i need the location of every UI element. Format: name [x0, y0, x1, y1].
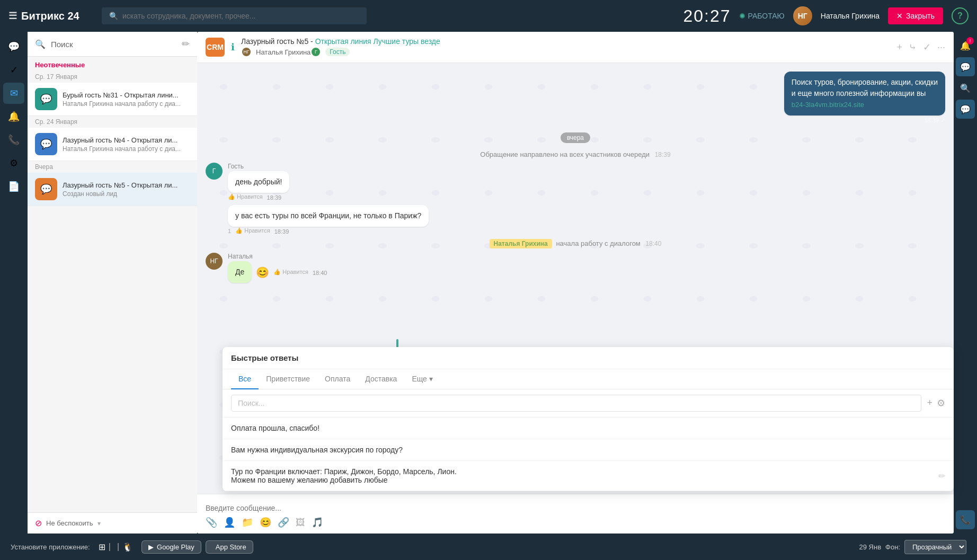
natasha-avatar-msg: НГ [206, 253, 223, 270]
chat-item-3[interactable]: 💬 Лазурный гость №5 - Открытая ли... Соз… [28, 173, 197, 206]
close-icon: ✕ [896, 12, 903, 20]
chat-source-icon: CRM [206, 38, 225, 57]
linux-icon[interactable]: 🐧 [122, 542, 133, 552]
help-button[interactable]: ? [952, 7, 969, 24]
quick-reply-item-1[interactable]: Оплата прошла, спасибо! [223, 417, 954, 439]
quick-reply-item-3[interactable]: Тур по Франции включает: Париж, Дижон, Б… [223, 461, 954, 491]
right-chat-icon-1[interactable]: 💬 [956, 57, 975, 76]
link-icon[interactable]: 🔗 [278, 517, 289, 528]
quick-replies-search-actions: + ⚙ [927, 397, 945, 409]
date-section-2: Ср. 24 Января [28, 116, 197, 128]
add-action-button[interactable]: + [896, 42, 902, 53]
quick-replies-search[interactable] [231, 395, 921, 412]
message-1-text: Поиск туров, бронирование, акции, скидки… [792, 78, 938, 97]
quick-replies-tabs: Все Приветствие Оплата Доставка Еще ▾ [223, 369, 954, 389]
chat-title-highlight: Открытая линия Лучшие туры везде [315, 37, 440, 46]
bottom-date: 29 Янв [859, 543, 882, 551]
message-1-time: 18:39 ✓ [784, 117, 945, 124]
menu-icon[interactable]: ☰ [8, 10, 17, 22]
right-search-icon[interactable]: 🔍 [956, 78, 975, 97]
message-4-like[interactable]: 👍 Нравится [273, 269, 308, 275]
current-time: 20:27 [683, 6, 731, 26]
chat-avatar-2: 💬 [35, 133, 57, 155]
natasha-label: Наталья [228, 253, 327, 260]
sidebar-item-settings[interactable]: ⚙ [3, 153, 24, 174]
user-avatar[interactable]: НГ [793, 6, 812, 25]
right-chat-icon-3[interactable]: 📞 [956, 510, 975, 529]
right-chat-icon-2[interactable]: 💬 [956, 100, 975, 119]
system-message-1-text: Обращение направлено на всех участников … [480, 150, 650, 158]
message-1-bubble: Поиск туров, бронирование, акции, скидки… [784, 72, 945, 115]
message-input[interactable] [206, 500, 945, 517]
sidebar-item-chat[interactable]: 💬 [3, 36, 24, 57]
message-2-content: Гость день добрый! 👍 Нравится 18:39 [228, 163, 289, 201]
message-3: у вас есть туры по всей Франции, не толь… [206, 205, 945, 235]
chat-name-3: Лазурный гость №5 - Открытая ли... [63, 181, 190, 189]
fon-select[interactable]: Прозрачный [904, 540, 966, 554]
emoji-picker-icon[interactable]: 😊 [260, 517, 271, 528]
sidebar-item-phone[interactable]: 📞 [3, 129, 24, 150]
sidebar-item-check[interactable]: ✓ [3, 59, 24, 81]
notification-badge: ! [966, 37, 974, 45]
quick-reply-text-1: Оплата прошла, спасибо! [231, 424, 319, 432]
chat-title: Лазурный гость №5 - Открытая линия Лучши… [241, 37, 890, 46]
add-reply-button[interactable]: + [927, 397, 932, 409]
message-1-content: Поиск туров, бронирование, акции, скидки… [784, 72, 945, 124]
sidebar-item-messages[interactable]: ✉ [3, 83, 24, 104]
right-notification-icon[interactable]: 🔔 ! [956, 36, 975, 55]
bottom-bar: Установите приложение: ⊞ | | 🐧 ▶ Google … [0, 534, 977, 560]
file-icon[interactable]: 📁 [242, 517, 253, 528]
qr-tab-delivery[interactable]: Доставка [358, 369, 404, 389]
google-play-badge[interactable]: ▶ Google Play [141, 540, 201, 554]
windows-icon[interactable]: ⊞ [99, 542, 105, 552]
settings-reply-button[interactable]: ⚙ [937, 397, 945, 409]
chat-actions: + ⤷ ✓ ··· [896, 41, 945, 53]
google-play-label: Google Play [157, 543, 194, 551]
attachment-icon[interactable]: 📎 [206, 517, 217, 528]
chat-preview-1: Наталья Грихина начала работу с диа... [63, 100, 190, 108]
message-2-like[interactable]: 👍 Нравится [228, 193, 263, 200]
chat-item-2[interactable]: 💬 Лазурный гость №4 - Открытая ли... Нат… [28, 128, 197, 161]
guest-badge: Гость [325, 48, 350, 56]
chat-search[interactable]: Поиск [51, 40, 176, 49]
left-sidebar: 💬 ✓ ✉ 🔔 📞 ⚙ 📄 [0, 32, 28, 534]
quick-reply-item-2[interactable]: Вам нужна индивидуальная экскурсия по го… [223, 439, 954, 461]
sidebar-item-bell[interactable]: 🔔 [3, 106, 24, 127]
message-1-link[interactable]: b24-3la4vm.bitrix24.site [792, 101, 864, 109]
message-3-like[interactable]: 👍 Нравится [235, 227, 270, 234]
close-button[interactable]: ✕ Закрыть [888, 7, 943, 24]
search-input[interactable] [122, 12, 359, 20]
emoji-icon[interactable]: 😊 [256, 266, 269, 279]
message-2-footer: 👍 Нравится 18:39 [228, 193, 289, 201]
date-label: вчера [561, 132, 590, 143]
google-play-icon: ▶ [148, 543, 154, 551]
guest-avatar-msg: Г [206, 163, 223, 180]
message-2: Г Гость день добрый! 👍 Нравится 18:39 [206, 163, 945, 201]
sidebar-item-docs[interactable]: 📄 [3, 176, 24, 197]
edit-reply-icon[interactable]: ✏ [938, 471, 945, 481]
info-icon: ℹ [231, 41, 235, 53]
qr-tab-payment[interactable]: Оплата [317, 369, 358, 389]
message-2-bubble: день добрый! [228, 171, 289, 193]
person-icon[interactable]: 👤 [224, 517, 235, 528]
do-not-disturb-toggle[interactable]: ▾ [97, 520, 101, 527]
chat-item-1[interactable]: 💬 Бурый гость №31 - Открытая лини... Нат… [28, 83, 197, 116]
system-message-2: Наталья Грихина начала работу с диалогом… [206, 239, 945, 248]
forward-action-button[interactable]: ⤷ [909, 41, 917, 53]
more-action-button[interactable]: ··· [937, 42, 945, 53]
check-action-button[interactable]: ✓ [923, 41, 931, 53]
qr-tab-greeting[interactable]: Приветствие [259, 369, 317, 389]
audio-icon[interactable]: 🎵 [312, 517, 323, 528]
chat-info-3: Лазурный гость №5 - Открытая ли... Созда… [63, 181, 190, 198]
search-icon: 🔍 [109, 12, 118, 20]
qr-tab-more[interactable]: Еще ▾ [404, 369, 440, 389]
app-store-badge[interactable]: App Store [206, 540, 253, 554]
global-search[interactable]: 🔍 [102, 7, 367, 24]
image-icon[interactable]: 🖼 [296, 517, 305, 528]
quick-reply-text-3: Тур по Франции включает: Париж, Дижон, Б… [231, 467, 457, 484]
chat-input-toolbar: 📎 👤 📁 😊 🔗 🖼 🎵 [206, 517, 945, 528]
system-message-1-time: 18:39 [655, 151, 671, 158]
new-chat-button[interactable]: ✏ [182, 38, 190, 50]
qr-tab-all[interactable]: Все [231, 369, 259, 389]
message-1: Поиск туров, бронирование, акции, скидки… [206, 72, 945, 124]
